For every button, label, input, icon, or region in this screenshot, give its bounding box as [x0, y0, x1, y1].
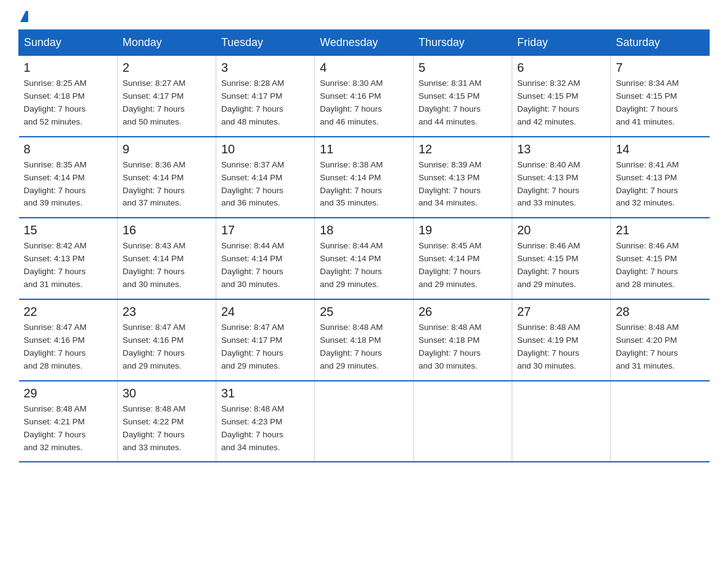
calendar-cell: 9 Sunrise: 8:36 AM Sunset: 4:14 PM Dayli… — [118, 137, 216, 218]
daylight-label: Daylight: 7 hours — [221, 267, 283, 276]
sunset-label: Sunset: 4:15 PM — [517, 91, 578, 101]
daylight-minutes: and 31 minutes. — [616, 361, 675, 370]
sunrise-label: Sunrise: 8:48 AM — [517, 323, 580, 332]
sunrise-label: Sunrise: 8:48 AM — [616, 323, 679, 332]
day-info: Sunrise: 8:44 AM Sunset: 4:14 PM Dayligh… — [320, 240, 408, 291]
daylight-minutes: and 29 minutes. — [320, 361, 379, 370]
sunrise-label: Sunrise: 8:48 AM — [419, 323, 482, 332]
weekday-header-saturday: Saturday — [611, 30, 710, 56]
daylight-label: Daylight: 7 hours — [24, 104, 86, 113]
calendar-week-row: 22 Sunrise: 8:47 AM Sunset: 4:16 PM Dayl… — [19, 299, 710, 381]
sunset-label: Sunset: 4:14 PM — [320, 173, 381, 182]
calendar-cell: 14 Sunrise: 8:41 AM Sunset: 4:13 PM Dayl… — [611, 137, 710, 218]
day-info: Sunrise: 8:31 AM Sunset: 4:15 PM Dayligh… — [419, 77, 507, 129]
sunset-label: Sunset: 4:13 PM — [517, 173, 578, 182]
day-info: Sunrise: 8:45 AM Sunset: 4:14 PM Dayligh… — [419, 240, 507, 291]
day-info: Sunrise: 8:48 AM Sunset: 4:21 PM Dayligh… — [24, 403, 113, 454]
daylight-minutes: and 39 minutes. — [24, 198, 83, 207]
calendar-cell — [315, 381, 414, 462]
day-number: 24 — [221, 305, 309, 319]
day-info: Sunrise: 8:35 AM Sunset: 4:14 PM Dayligh… — [24, 159, 113, 210]
day-number: 28 — [616, 305, 705, 319]
day-number: 6 — [517, 61, 605, 75]
calendar-cell: 16 Sunrise: 8:43 AM Sunset: 4:14 PM Dayl… — [118, 218, 216, 299]
calendar-cell: 24 Sunrise: 8:47 AM Sunset: 4:17 PM Dayl… — [216, 299, 315, 381]
daylight-label: Daylight: 7 hours — [320, 348, 382, 358]
calendar-cell: 2 Sunrise: 8:27 AM Sunset: 4:17 PM Dayli… — [118, 56, 216, 137]
sunrise-label: Sunrise: 8:32 AM — [517, 79, 580, 88]
daylight-minutes: and 48 minutes. — [221, 117, 280, 126]
day-number: 1 — [24, 61, 113, 75]
calendar-cell: 18 Sunrise: 8:44 AM Sunset: 4:14 PM Dayl… — [315, 218, 414, 299]
sunrise-label: Sunrise: 8:41 AM — [616, 160, 679, 169]
sunset-label: Sunset: 4:20 PM — [616, 335, 677, 345]
sunset-label: Sunset: 4:14 PM — [123, 254, 184, 263]
daylight-minutes: and 28 minutes. — [616, 280, 675, 289]
sunrise-label: Sunrise: 8:25 AM — [24, 79, 87, 88]
sunrise-label: Sunrise: 8:48 AM — [221, 404, 284, 413]
sunrise-label: Sunrise: 8:47 AM — [221, 323, 284, 332]
sunset-label: Sunset: 4:14 PM — [221, 173, 282, 182]
sunset-label: Sunset: 4:19 PM — [517, 335, 578, 345]
sunrise-label: Sunrise: 8:46 AM — [616, 241, 679, 250]
day-info: Sunrise: 8:43 AM Sunset: 4:14 PM Dayligh… — [123, 240, 211, 291]
day-number: 16 — [123, 223, 211, 237]
daylight-label: Daylight: 7 hours — [123, 267, 184, 276]
daylight-minutes: and 30 minutes. — [123, 280, 181, 289]
daylight-label: Daylight: 7 hours — [123, 104, 184, 113]
day-number: 17 — [221, 223, 309, 237]
day-info: Sunrise: 8:48 AM Sunset: 4:23 PM Dayligh… — [221, 403, 309, 454]
sunrise-label: Sunrise: 8:44 AM — [221, 241, 284, 250]
daylight-minutes: and 29 minutes. — [123, 361, 181, 370]
day-number: 20 — [517, 223, 605, 237]
daylight-label: Daylight: 7 hours — [616, 348, 678, 358]
daylight-label: Daylight: 7 hours — [419, 104, 480, 113]
daylight-label: Daylight: 7 hours — [221, 186, 283, 195]
calendar-cell: 19 Sunrise: 8:45 AM Sunset: 4:14 PM Dayl… — [414, 218, 512, 299]
daylight-label: Daylight: 7 hours — [517, 186, 579, 195]
day-info: Sunrise: 8:44 AM Sunset: 4:14 PM Dayligh… — [221, 240, 309, 291]
daylight-label: Daylight: 7 hours — [123, 430, 184, 439]
logo-triangle-icon — [20, 11, 28, 22]
sunrise-label: Sunrise: 8:30 AM — [320, 79, 383, 88]
sunset-label: Sunset: 4:18 PM — [419, 335, 480, 345]
sunset-label: Sunset: 4:15 PM — [517, 254, 578, 263]
day-info: Sunrise: 8:27 AM Sunset: 4:17 PM Dayligh… — [123, 77, 211, 129]
daylight-minutes: and 30 minutes. — [517, 361, 576, 370]
sunset-label: Sunset: 4:16 PM — [320, 91, 381, 101]
daylight-minutes: and 34 minutes. — [419, 198, 477, 207]
day-number: 2 — [123, 61, 211, 75]
sunset-label: Sunset: 4:22 PM — [123, 417, 184, 426]
sunrise-label: Sunrise: 8:35 AM — [24, 160, 87, 169]
day-info: Sunrise: 8:47 AM Sunset: 4:16 PM Dayligh… — [123, 321, 211, 373]
daylight-minutes: and 44 minutes. — [419, 117, 477, 126]
daylight-minutes: and 33 minutes. — [123, 443, 181, 452]
sunset-label: Sunset: 4:16 PM — [24, 335, 85, 345]
day-info: Sunrise: 8:38 AM Sunset: 4:14 PM Dayligh… — [320, 159, 408, 210]
calendar-cell: 23 Sunrise: 8:47 AM Sunset: 4:16 PM Dayl… — [118, 299, 216, 381]
sunrise-label: Sunrise: 8:43 AM — [123, 241, 186, 250]
daylight-minutes: and 28 minutes. — [24, 361, 83, 370]
day-number: 9 — [123, 142, 211, 156]
daylight-label: Daylight: 7 hours — [616, 186, 678, 195]
sunset-label: Sunset: 4:15 PM — [616, 254, 677, 263]
sunrise-label: Sunrise: 8:47 AM — [123, 323, 186, 332]
sunrise-label: Sunrise: 8:48 AM — [320, 323, 383, 332]
daylight-label: Daylight: 7 hours — [616, 104, 678, 113]
daylight-label: Daylight: 7 hours — [517, 348, 579, 358]
weekday-header-monday: Monday — [118, 30, 216, 56]
day-number: 23 — [123, 305, 211, 319]
day-number: 4 — [320, 61, 408, 75]
daylight-minutes: and 42 minutes. — [517, 117, 576, 126]
day-info: Sunrise: 8:48 AM Sunset: 4:22 PM Dayligh… — [123, 403, 211, 454]
day-info: Sunrise: 8:46 AM Sunset: 4:15 PM Dayligh… — [517, 240, 605, 291]
day-number: 29 — [24, 386, 113, 400]
daylight-minutes: and 30 minutes. — [419, 361, 477, 370]
calendar-cell: 12 Sunrise: 8:39 AM Sunset: 4:13 PM Dayl… — [414, 137, 512, 218]
sunset-label: Sunset: 4:17 PM — [221, 335, 282, 345]
daylight-minutes: and 29 minutes. — [419, 280, 477, 289]
calendar-cell: 6 Sunrise: 8:32 AM Sunset: 4:15 PM Dayli… — [512, 56, 611, 137]
daylight-minutes: and 32 minutes. — [616, 198, 675, 207]
daylight-minutes: and 31 minutes. — [24, 280, 83, 289]
calendar-cell: 8 Sunrise: 8:35 AM Sunset: 4:14 PM Dayli… — [19, 137, 118, 218]
